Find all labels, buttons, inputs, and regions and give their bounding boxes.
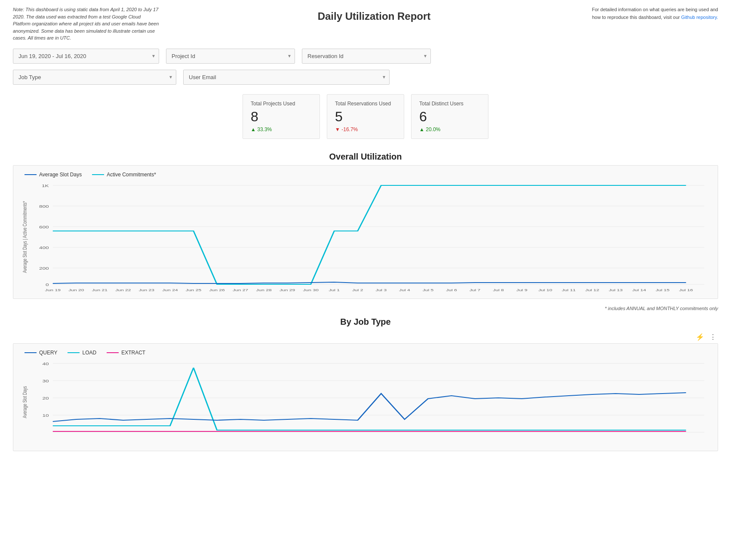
legend-load: LOAD	[68, 350, 96, 356]
reservation-id-filter[interactable]: Reservation Id	[302, 49, 431, 64]
svg-text:Jun 23: Jun 23	[139, 288, 155, 292]
svg-text:30: 30	[43, 379, 49, 383]
by-job-type-legend: QUERY LOAD EXTRACT	[20, 350, 711, 359]
by-job-type-chart-area: Average Slot Days 40 30 20 10	[20, 359, 711, 446]
avg-slot-days-line-icon	[25, 174, 37, 175]
project-id-filter[interactable]: Project Id	[166, 49, 295, 64]
svg-text:Average Slot Days | Active Com: Average Slot Days | Active Commitments*	[22, 201, 28, 273]
svg-text:Jul 2: Jul 2	[352, 288, 363, 292]
lightning-icon[interactable]: ⚡	[695, 332, 705, 342]
overall-utilization-title: Overall Utilization	[0, 148, 731, 165]
svg-text:Jul 4: Jul 4	[399, 288, 410, 292]
svg-text:Jun 24: Jun 24	[162, 288, 178, 292]
metric-projects: Total Projects Used 8 ▲ 33.3%	[243, 94, 320, 139]
overall-chart-area: Average Slot Days | Active Commitments* …	[20, 181, 711, 294]
svg-text:Jun 29: Jun 29	[280, 288, 295, 292]
user-email-filter[interactable]: User Email	[183, 70, 390, 85]
by-job-type-actions: ⚡ ⋮	[0, 330, 731, 343]
legend-extract: EXTRACT	[107, 350, 145, 356]
header-note: Note: This dashboard is using static dat…	[13, 6, 159, 42]
metric-projects-label: Total Projects Used	[251, 101, 309, 107]
page-title: Daily Utilization Report	[159, 6, 589, 22]
job-type-select[interactable]: Job Type	[13, 70, 176, 85]
filters-row-2: Job Type User Email	[0, 68, 731, 90]
svg-text:10: 10	[43, 413, 49, 417]
more-options-icon[interactable]: ⋮	[708, 332, 718, 342]
overall-chart-legend: Average Slot Days Active Commitments*	[20, 172, 711, 181]
query-label: QUERY	[39, 350, 57, 356]
query-line-icon	[25, 352, 37, 353]
metric-users-label: Total Distinct Users	[419, 101, 478, 107]
svg-text:400: 400	[39, 246, 49, 249]
project-id-select[interactable]: Project Id	[166, 49, 295, 64]
overall-chart-container: Average Slot Days Active Commitments* Av…	[13, 165, 718, 299]
svg-text:Jun 20: Jun 20	[68, 288, 84, 292]
svg-text:Jun 22: Jun 22	[115, 288, 131, 292]
svg-text:Jun 28: Jun 28	[256, 288, 272, 292]
metric-reservations-label: Total Reservations Used	[335, 101, 393, 107]
metric-reservations: Total Reservations Used 5 ▼ -16.7%	[327, 94, 404, 139]
avg-slot-days-label: Average Slot Days	[39, 172, 82, 178]
active-commitments-label: Active Commitments*	[107, 172, 156, 178]
metric-reservations-change: ▼ -16.7%	[335, 126, 393, 132]
active-commitments-line-icon	[92, 174, 104, 175]
svg-text:Jun 25: Jun 25	[186, 288, 202, 292]
svg-text:Jun 19: Jun 19	[45, 288, 61, 292]
by-job-type-chart-container: QUERY LOAD EXTRACT Average Slot Days 40 …	[13, 343, 718, 451]
by-job-type-chart-svg: Average Slot Days 40 30 20 10	[20, 359, 711, 445]
svg-text:Jul 8: Jul 8	[493, 288, 504, 292]
svg-text:Jul 15: Jul 15	[656, 288, 670, 292]
metric-users-change: ▲ 20.0%	[419, 126, 478, 132]
overall-chart-svg: Average Slot Days | Active Commitments* …	[20, 181, 711, 293]
overall-chart-note: * includes ANNUAL and MONTHLY commitment…	[0, 303, 731, 313]
svg-text:Jul 7: Jul 7	[470, 288, 481, 292]
svg-text:Average Slot Days: Average Slot Days	[22, 386, 28, 418]
svg-text:800: 800	[39, 204, 49, 208]
svg-text:1K: 1K	[42, 184, 49, 188]
metric-projects-change: ▲ 33.3%	[251, 126, 309, 132]
svg-text:Jul 14: Jul 14	[632, 288, 646, 292]
svg-text:Jul 11: Jul 11	[562, 288, 576, 292]
header: Note: This dashboard is using static dat…	[0, 0, 731, 44]
svg-text:600: 600	[39, 225, 49, 229]
job-type-filter[interactable]: Job Type	[13, 70, 176, 85]
load-line-icon	[68, 352, 80, 353]
extract-line-icon	[107, 352, 119, 353]
reservation-id-select[interactable]: Reservation Id	[302, 49, 431, 64]
svg-text:Jul 10: Jul 10	[538, 288, 553, 292]
load-label: LOAD	[82, 350, 96, 356]
svg-text:20: 20	[43, 396, 49, 400]
date-range-filter[interactable]: Jun 19, 2020 - Jul 16, 2020	[13, 49, 159, 64]
filters-row-1: Jun 19, 2020 - Jul 16, 2020 Project Id R…	[0, 44, 731, 68]
svg-text:Jul 9: Jul 9	[516, 288, 528, 292]
metrics-row: Total Projects Used 8 ▲ 33.3% Total Rese…	[0, 90, 731, 148]
svg-text:0: 0	[46, 283, 49, 286]
svg-text:Jul 1: Jul 1	[329, 288, 340, 292]
by-job-type-title: By Job Type	[0, 313, 731, 330]
legend-avg-slot-days: Average Slot Days	[25, 172, 82, 178]
date-range-select[interactable]: Jun 19, 2020 - Jul 16, 2020	[13, 49, 159, 64]
extract-label: EXTRACT	[121, 350, 145, 356]
svg-text:Jun 27: Jun 27	[233, 288, 249, 292]
svg-text:Jul 3: Jul 3	[376, 288, 387, 292]
svg-text:Jul 5: Jul 5	[423, 288, 434, 292]
github-link[interactable]: Github repository.	[681, 15, 718, 20]
legend-query: QUERY	[25, 350, 57, 356]
svg-text:Jun 21: Jun 21	[92, 288, 108, 292]
svg-text:Jun 26: Jun 26	[209, 288, 225, 292]
user-email-select[interactable]: User Email	[183, 70, 390, 85]
svg-text:Jul 13: Jul 13	[609, 288, 623, 292]
svg-text:40: 40	[43, 362, 49, 366]
legend-active-commitments: Active Commitments*	[92, 172, 156, 178]
metric-reservations-value: 5	[335, 108, 393, 125]
metric-users-value: 6	[419, 108, 478, 125]
svg-text:Jul 6: Jul 6	[446, 288, 457, 292]
svg-text:Jul 12: Jul 12	[585, 288, 599, 292]
svg-text:200: 200	[39, 266, 49, 270]
metric-projects-value: 8	[251, 108, 309, 125]
svg-text:Jul 16: Jul 16	[679, 288, 693, 292]
header-right-note: For detailed information on what queries…	[589, 6, 718, 21]
metric-users: Total Distinct Users 6 ▲ 20.0%	[411, 94, 488, 139]
svg-text:Jun 30: Jun 30	[303, 288, 319, 292]
